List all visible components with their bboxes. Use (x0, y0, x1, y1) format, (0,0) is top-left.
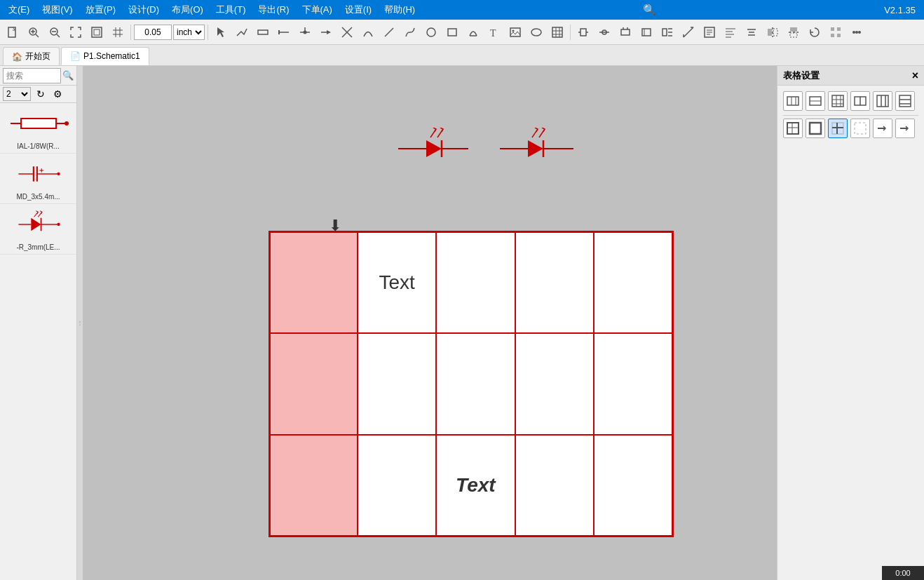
split-h2-button[interactable] (895, 91, 915, 111)
sym-button[interactable] (637, 22, 656, 42)
extra-button[interactable] (847, 22, 867, 42)
menu-help[interactable]: 帮助(H) (379, 2, 421, 18)
merge-center-button[interactable] (828, 91, 848, 111)
menu-export[interactable]: 导出(R) (252, 2, 294, 18)
measure-button[interactable] (679, 22, 698, 42)
canvas-area[interactable]: ⬇ Text Text (83, 66, 924, 580)
grid-value-input[interactable] (134, 25, 172, 40)
cell-0-2[interactable] (436, 232, 515, 333)
settings-button[interactable]: ⚙ (50, 87, 64, 101)
menu-place[interactable]: 放置(P) (80, 2, 121, 18)
curve-button[interactable] (400, 22, 420, 42)
more-button[interactable] (658, 22, 677, 42)
border-all-button[interactable] (783, 119, 803, 138)
cell-2-4[interactable] (594, 435, 672, 536)
border-dropdown1-button[interactable] (873, 119, 892, 138)
align-left-button[interactable] (721, 22, 740, 42)
split-v2-button[interactable] (873, 91, 892, 111)
menu-settings[interactable]: 设置(I) (339, 2, 377, 18)
select-button[interactable] (211, 22, 231, 42)
tabbar: 🏠 开始页 📄 P1.Schematic1 (0, 45, 924, 66)
ellipse-button[interactable] (526, 22, 546, 42)
cell-2-3[interactable] (515, 435, 594, 536)
border-dropdown2-button[interactable] (895, 119, 915, 138)
border-inner-button[interactable] (828, 119, 848, 138)
cell-1-3[interactable] (515, 333, 594, 434)
sidebar-item-capacitor[interactable]: MD_3x5.4m... (0, 154, 76, 204)
sidebar-item-resistor[interactable]: IAL-1/8W(R... (0, 103, 76, 154)
flip-h-button[interactable] (763, 22, 782, 42)
zoom-select[interactable]: 2 1 3 (3, 87, 31, 101)
search-icon-menu[interactable]: 🔍 (643, 4, 656, 16)
tab-schematic[interactable]: 📄 P1.Schematic1 (61, 47, 149, 65)
cell-2-0[interactable] (270, 435, 358, 536)
unit-select[interactable]: inch mil mm (173, 25, 205, 40)
cell-2-1[interactable] (358, 435, 436, 536)
toolbar-sep-1 (130, 25, 131, 40)
cell-2-2[interactable]: Text (436, 435, 515, 536)
pin-button[interactable] (274, 22, 294, 42)
bus-button[interactable] (253, 22, 273, 42)
menu-view[interactable]: 视图(V) (36, 2, 78, 18)
cross-button[interactable] (337, 22, 357, 42)
junction-button[interactable] (295, 22, 315, 42)
cell-1-4[interactable] (594, 333, 672, 434)
toolbar-sep-3 (570, 25, 571, 40)
text-button[interactable]: T (484, 22, 504, 42)
split-v-button[interactable] (850, 91, 870, 111)
menu-design[interactable]: 设计(D) (123, 2, 165, 18)
tab-home[interactable]: 🏠 开始页 (3, 47, 60, 65)
align-center-button[interactable] (742, 22, 761, 42)
grid-button[interactable] (108, 22, 128, 42)
border-none-button[interactable] (850, 119, 870, 138)
cell-1-1[interactable] (358, 333, 436, 434)
sidebar-divider[interactable]: ⋮ (77, 66, 83, 580)
svg-point-78 (858, 31, 861, 34)
menu-file[interactable]: 文(E) (3, 2, 35, 18)
net-label-button[interactable] (316, 22, 336, 42)
panel-close-button[interactable]: × (912, 69, 918, 82)
merge-h-button[interactable] (806, 91, 825, 111)
image-button[interactable] (505, 22, 525, 42)
arc-button[interactable] (358, 22, 378, 42)
cell-0-1[interactable]: Text (358, 232, 436, 333)
sidebar-search-input[interactable] (3, 68, 61, 83)
actual-size-button[interactable] (87, 22, 107, 42)
component2-button[interactable] (616, 22, 635, 42)
cell-0-0[interactable] (270, 232, 358, 333)
panel-row-2 (783, 119, 918, 138)
table-button[interactable] (548, 22, 567, 42)
array-button[interactable] (826, 22, 845, 42)
cell-1-0[interactable] (270, 333, 358, 434)
table-grid[interactable]: Text Text (269, 231, 674, 537)
border-outer-button[interactable] (806, 119, 825, 138)
merge-left-button[interactable] (783, 91, 803, 111)
flip-v-button[interactable] (784, 22, 803, 42)
fit-button[interactable] (66, 22, 86, 42)
arc2-button[interactable] (463, 22, 483, 42)
wire-button[interactable] (232, 22, 252, 42)
pin2-button[interactable] (595, 22, 614, 42)
zoom-out-button[interactable] (45, 22, 64, 42)
circle-button[interactable] (421, 22, 441, 42)
sidebar-search-icon[interactable]: 🔍 (62, 70, 74, 81)
comp-button[interactable] (573, 22, 593, 42)
cell-1-2[interactable] (436, 333, 515, 434)
status-time: 0:00 (895, 569, 910, 577)
bom-button[interactable] (700, 22, 719, 42)
svg-rect-124 (899, 95, 911, 107)
rotate-button[interactable] (805, 22, 824, 42)
menu-order[interactable]: 下单(A) (297, 2, 338, 18)
rect-button[interactable] (442, 22, 462, 42)
svg-rect-114 (832, 95, 843, 107)
refresh-button[interactable]: ↻ (34, 87, 48, 101)
home-icon: 🏠 (12, 52, 22, 62)
zoom-in-button[interactable] (24, 22, 43, 42)
line-button[interactable] (379, 22, 399, 42)
menu-layout[interactable]: 布局(O) (166, 2, 209, 18)
sidebar-item-diode[interactable]: -R_3mm(LE... (0, 204, 76, 255)
menu-tools[interactable]: 工具(T) (210, 2, 252, 18)
cell-0-3[interactable] (515, 232, 594, 333)
new-button[interactable] (3, 22, 22, 42)
cell-0-4[interactable] (594, 232, 672, 333)
